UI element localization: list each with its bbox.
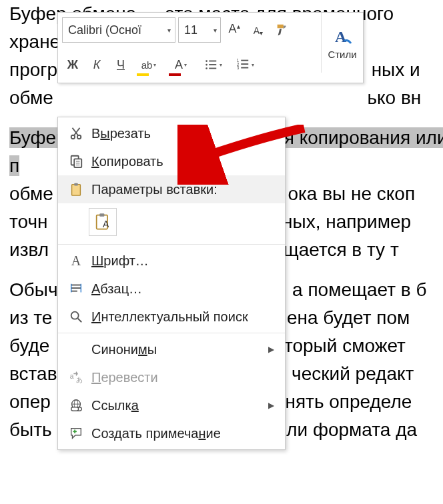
bold-button[interactable]: Ж <box>62 54 83 75</box>
link-item[interactable]: Ссылка <box>58 391 285 419</box>
doc-text: буде <box>9 335 49 356</box>
svg-text:A: A <box>103 219 109 229</box>
svg-text:あ: あ <box>76 376 83 383</box>
copy-item[interactable]: Копировать <box>58 147 285 175</box>
font-item[interactable]: A Шрифт… <box>58 247 285 275</box>
doc-text: ько вн <box>367 87 421 108</box>
svg-text:3: 3 <box>237 65 240 70</box>
font-color-button[interactable]: A▾ <box>166 54 195 75</box>
doc-text: ока вы не скоп <box>288 183 415 204</box>
svg-rect-9 <box>241 63 248 65</box>
doc-text: ных и <box>372 59 420 80</box>
paste-icon <box>65 182 87 197</box>
mini-toolbar: Calibri (Осної ▾ 11 ▾ A▴ A▾ Ж <box>57 12 364 83</box>
doc-text: точн <box>9 211 48 232</box>
font-size-value: 11 <box>179 23 209 37</box>
link-icon <box>65 398 87 413</box>
increase-font-button[interactable]: A▴ <box>224 19 245 41</box>
chevron-right-icon <box>264 401 278 410</box>
smart-lookup-label: Интеллектуальный поиск <box>87 309 278 325</box>
font-name-combo[interactable]: Calibri (Осної ▾ <box>62 17 175 43</box>
doc-text: торый сможет <box>284 335 406 356</box>
doc-text: щается в ту т <box>284 239 399 260</box>
svg-rect-7 <box>241 60 248 61</box>
svg-rect-23 <box>99 213 104 217</box>
svg-point-2 <box>205 64 207 66</box>
doc-text: обме <box>9 87 53 108</box>
doc-text: прогр <box>9 59 57 80</box>
underline-button[interactable]: Ч <box>110 54 131 75</box>
link-label: Ссылка <box>87 398 264 413</box>
svg-line-29 <box>78 319 82 323</box>
format-painter-button[interactable] <box>272 19 293 41</box>
svg-rect-5 <box>209 68 216 69</box>
chevron-right-icon <box>264 345 278 354</box>
font-label: Шрифт… <box>87 253 278 269</box>
translate-label: Перевести <box>87 370 278 385</box>
decrease-font-button[interactable]: A▾ <box>248 19 269 41</box>
bullets-button[interactable]: ▾ <box>198 54 228 75</box>
svg-point-4 <box>205 67 207 69</box>
numbering-button[interactable]: 123 ▾ <box>230 54 260 75</box>
cut-label: Вырезать <box>87 126 278 141</box>
synonyms-label: Синонимы <box>87 342 264 357</box>
styles-label: Стили <box>328 49 356 60</box>
cut-icon <box>65 126 87 141</box>
paragraph-label: Абзац… <box>87 281 278 297</box>
paste-options-header: Параметры вставки: <box>58 175 285 203</box>
doc-text: ли формата да <box>286 419 417 440</box>
paste-keep-text-button[interactable]: A <box>89 208 117 236</box>
doc-text: быть <box>9 419 52 440</box>
svg-rect-3 <box>209 64 216 65</box>
svg-text:A: A <box>335 28 347 45</box>
font-name-value: Calibri (Осної <box>63 23 163 37</box>
svg-point-13 <box>71 135 75 139</box>
highlight-color-button[interactable]: ab▾ <box>134 54 163 75</box>
paste-options-label: Параметры вставки: <box>87 182 278 197</box>
smart-lookup-item[interactable]: Интеллектуальный поиск <box>58 303 285 331</box>
doc-text: ческий редакт <box>292 363 414 384</box>
doc-text: ена будет пом <box>287 307 410 328</box>
paragraph-icon <box>65 281 87 296</box>
new-comment-label: Создать примечание <box>87 426 278 441</box>
styles-button[interactable]: A Стили <box>321 13 363 73</box>
font-size-combo[interactable]: 11 ▾ <box>178 17 221 43</box>
svg-rect-36 <box>71 407 79 411</box>
svg-rect-1 <box>209 61 216 62</box>
svg-rect-20 <box>72 185 81 196</box>
new-comment-item[interactable]: Создать примечание <box>58 419 285 447</box>
copy-label: Копировать <box>87 154 278 169</box>
doc-text: а помещает в б <box>292 279 426 300</box>
doc-text: встав <box>9 363 57 384</box>
svg-text:a: a <box>70 373 74 380</box>
comment-icon <box>65 426 87 441</box>
font-icon: A <box>65 253 87 269</box>
doc-text: Обыч <box>9 279 58 300</box>
paste-options-row: A <box>58 203 285 242</box>
translate-item[interactable]: aあ Перевести <box>58 363 285 391</box>
svg-rect-11 <box>241 67 248 69</box>
doc-text: извл <box>9 239 49 260</box>
context-menu: Вырезать Копировать Параметры вставки: A… <box>57 117 286 450</box>
font-size-dropdown[interactable]: ▾ <box>209 18 220 42</box>
cut-item[interactable]: Вырезать <box>58 119 285 147</box>
svg-point-0 <box>205 60 207 62</box>
doc-text: ных, например <box>282 211 411 232</box>
copy-icon <box>65 154 87 169</box>
paragraph-item[interactable]: Абзац… <box>58 275 285 303</box>
synonyms-item[interactable]: Синонимы <box>58 335 285 363</box>
translate-icon: aあ <box>65 370 87 385</box>
svg-rect-21 <box>74 183 78 186</box>
search-icon <box>65 309 87 324</box>
doc-text: нять определе <box>285 391 412 412</box>
svg-point-14 <box>77 135 81 139</box>
doc-text: опер <box>9 391 51 412</box>
svg-point-28 <box>71 312 79 319</box>
font-name-dropdown[interactable]: ▾ <box>163 18 175 42</box>
doc-text: из те <box>9 307 52 328</box>
italic-button[interactable]: К <box>86 54 107 75</box>
doc-text: обме <box>9 183 53 204</box>
